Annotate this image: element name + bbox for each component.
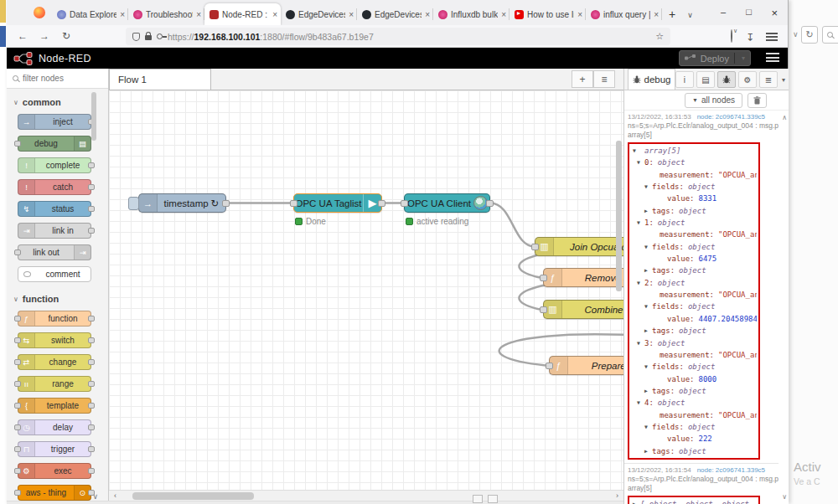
palette-filter-input[interactable] — [23, 74, 90, 83]
help-button[interactable]: ▤ — [696, 71, 715, 88]
canvas-horizontal-scrollbar[interactable]: ‹ › — [109, 490, 623, 501]
flow-tab[interactable]: Flow 1 — [109, 69, 211, 90]
debug-message[interactable]: 13/12/2022, 16:31:54node: 2c096741.339c5… — [624, 464, 779, 504]
lock-icon[interactable] — [145, 35, 152, 40]
inject-node-timestamp[interactable]: → timestamp ↻ — [138, 193, 226, 213]
palette-node[interactable]: ıı range — [18, 376, 91, 392]
deploy-button[interactable]: Deploy ▾ — [679, 50, 751, 66]
browser-tab[interactable]: influx query | Inf × — [586, 3, 662, 25]
palette-section-function[interactable]: ∨function — [7, 291, 108, 311]
expand-toggle-icon[interactable]: ▶ — [633, 498, 640, 504]
clear-debug-button[interactable] — [747, 93, 767, 108]
join-opcua-node[interactable]: ▥ Join Opcua o — [535, 237, 623, 256]
palette-node[interactable]: ⇥ link in — [18, 223, 91, 239]
expand-toggle-icon[interactable]: ▼ — [644, 361, 652, 373]
bookmark-star-icon[interactable]: ☆ — [655, 31, 664, 42]
url-text[interactable]: https://192.168.100.101:1880/#flow/9b483… — [168, 32, 650, 42]
output-port[interactable] — [222, 200, 230, 207]
message-node-id[interactable]: node: 2c096741.339c5 — [697, 466, 765, 474]
firefox-icon[interactable] — [34, 7, 45, 18]
flow-list-button[interactable]: ≡ — [593, 70, 615, 88]
tab-close-icon[interactable]: × — [272, 10, 277, 19]
browser-tab[interactable]: Data Explorer | I × — [52, 3, 128, 25]
tab-close-icon[interactable]: × — [654, 10, 659, 19]
palette-node[interactable]: ! catch — [18, 179, 91, 195]
input-port[interactable] — [540, 275, 547, 281]
browser-tab[interactable]: Node-RED : 192. × — [204, 3, 281, 25]
expand-toggle-icon[interactable]: ▼ — [637, 217, 644, 229]
palette-node[interactable]: ! complete — [18, 157, 91, 173]
expand-toggle-icon[interactable]: ▶ — [644, 205, 652, 217]
info-button[interactable]: i — [675, 71, 694, 88]
palette-scroll-down-icon[interactable]: ∨ — [92, 492, 98, 501]
palette-node[interactable]: ↯ status — [18, 201, 91, 217]
wire[interactable] — [490, 203, 535, 247]
debug-button[interactable] — [717, 71, 736, 88]
browser-tab[interactable]: How to use Influ × — [510, 3, 586, 25]
scroll-right-icon[interactable]: › — [611, 491, 623, 500]
debug-scroll-up-icon[interactable]: ∧ — [782, 114, 787, 121]
expand-toggle-icon[interactable]: ▼ — [637, 397, 644, 409]
canvas-vertical-scrollbar-thumb[interactable] — [616, 141, 622, 291]
palette-node[interactable]: ⊓ trigger — [18, 441, 91, 457]
tab-close-icon[interactable]: × — [425, 10, 430, 19]
tab-close-icon[interactable]: × — [349, 10, 354, 19]
palette-node[interactable]: ⊙ aws - thing — [18, 485, 91, 501]
forward-button[interactable]: → — [34, 30, 55, 42]
palette-node[interactable]: { template — [18, 398, 91, 414]
maximize-button[interactable]: □ — [746, 7, 752, 17]
tab-close-icon[interactable]: × — [196, 10, 201, 19]
expand-toggle-icon[interactable]: ▼ — [644, 181, 652, 193]
browser-tab[interactable]: EdgeDevices/Inf × — [357, 3, 433, 25]
browser-tab[interactable]: Influxdb bulk ins × — [433, 3, 510, 25]
browser-tab[interactable]: Troubleshoot is × — [128, 3, 204, 25]
expand-toggle-icon[interactable]: ▶ — [644, 385, 652, 397]
key-icon[interactable] — [157, 33, 163, 39]
expand-toggle-icon[interactable]: ▼ — [644, 421, 652, 433]
opcua-taglist-node[interactable]: OPC UA Taglist ▶ — [293, 193, 382, 213]
close-button[interactable]: × — [771, 7, 778, 19]
input-port[interactable] — [401, 200, 408, 207]
palette-node[interactable]: ⇥ link out — [18, 244, 91, 260]
palette-scrollbar-thumb[interactable] — [91, 92, 96, 141]
add-flow-button[interactable]: + — [572, 70, 593, 88]
input-port[interactable] — [290, 200, 297, 207]
canvas-horizontal-scrollbar-thumb[interactable] — [132, 492, 254, 500]
filter-all-nodes-button[interactable]: ▼ all nodes — [685, 93, 742, 108]
download-icon[interactable]: ↧ — [746, 32, 754, 44]
tab-debug[interactable]: debug — [628, 69, 675, 90]
expand-toggle-icon[interactable]: ▼ — [637, 277, 644, 289]
expand-toggle-icon[interactable]: ▼ — [637, 337, 644, 349]
output-port[interactable] — [486, 200, 494, 207]
minimize-button[interactable]: – — [721, 7, 726, 17]
palette-node[interactable]: → inject — [18, 114, 91, 130]
inject-button[interactable] — [128, 197, 139, 210]
deploy-caret-icon[interactable]: ▾ — [742, 54, 745, 62]
tab-close-icon[interactable]: × — [501, 10, 506, 19]
refresh-button[interactable]: ↻ — [801, 26, 818, 44]
input-port[interactable] — [540, 306, 547, 313]
address-bar[interactable]: https://192.168.100.101:1880/#flow/9b483… — [126, 28, 670, 45]
remove-function-node[interactable]: ƒ Remove u — [543, 268, 623, 287]
debug-message[interactable]: 13/12/2022, 16:31:53node: 2c096741.339c5… — [624, 111, 779, 464]
tab-overflow-button[interactable]: ∨ — [687, 11, 693, 19]
palette-node[interactable]: ⇆ switch — [18, 332, 91, 348]
reload-button[interactable]: ↻ — [55, 30, 77, 42]
back-button[interactable]: ← — [12, 30, 34, 42]
footer-button[interactable] — [488, 495, 498, 503]
input-port[interactable] — [531, 244, 539, 250]
browser-tab[interactable]: EdgeDevices/1_C × — [281, 3, 357, 25]
tab-close-icon[interactable]: × — [120, 10, 125, 19]
chevron-down-icon[interactable]: ∨ — [793, 30, 799, 39]
prepare-function-node[interactable]: ƒ Prepare d — [549, 356, 623, 375]
config-nodes-button[interactable]: ⚙ — [738, 71, 757, 88]
palette-node[interactable]: ƒ function — [18, 311, 91, 327]
expand-toggle-icon[interactable]: ▼ — [633, 145, 640, 157]
browser-menu-button[interactable] — [766, 33, 778, 41]
input-port[interactable] — [546, 363, 553, 369]
tab-close-icon[interactable]: × — [577, 10, 582, 19]
palette-node[interactable]: comment — [18, 266, 91, 282]
opcua-client-node[interactable]: OPC UA Client — [404, 193, 490, 213]
debug-scroll-down-icon[interactable]: ∨ — [782, 493, 787, 501]
expand-toggle-icon[interactable]: ▼ — [644, 241, 652, 253]
